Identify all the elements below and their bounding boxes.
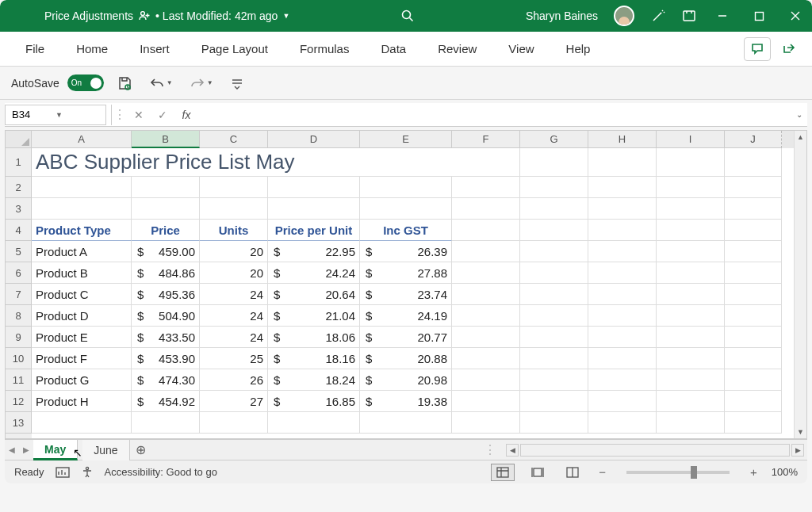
col-header[interactable]: F <box>452 131 520 148</box>
tab-file[interactable]: File <box>10 37 60 60</box>
cell[interactable]: $18.24 <box>268 369 360 391</box>
cell[interactable] <box>452 327 520 348</box>
cell[interactable] <box>32 412 132 434</box>
cell[interactable] <box>452 148 520 177</box>
cell[interactable] <box>657 305 725 327</box>
select-all-corner[interactable] <box>6 131 32 148</box>
cell[interactable] <box>725 148 782 177</box>
chevron-down-icon[interactable]: ▼ <box>282 12 289 20</box>
cell[interactable] <box>520 412 588 434</box>
cell[interactable] <box>725 369 782 391</box>
redo-button[interactable]: ▼ <box>186 73 218 94</box>
cell[interactable] <box>725 220 782 241</box>
cell[interactable] <box>360 198 452 220</box>
cell[interactable] <box>452 369 520 391</box>
cell[interactable]: $27.88 <box>360 262 452 284</box>
row-header[interactable]: 1 <box>6 148 32 177</box>
cell[interactable] <box>588 305 657 327</box>
fx-label[interactable]: fx <box>174 109 198 121</box>
cell[interactable]: $20.64 <box>268 284 360 305</box>
cell[interactable] <box>200 412 268 434</box>
cell[interactable] <box>200 198 268 220</box>
cell[interactable] <box>452 284 520 305</box>
cell[interactable]: Product H <box>32 391 132 412</box>
cell[interactable]: 26 <box>200 369 268 391</box>
cell[interactable]: 24 <box>200 305 268 327</box>
cell[interactable]: Price <box>132 220 200 241</box>
last-modified[interactable]: • Last Modified: 42m ago <box>155 10 278 22</box>
cell[interactable]: Product Type <box>32 220 132 241</box>
cell[interactable] <box>452 241 520 262</box>
cell[interactable] <box>588 348 657 369</box>
scroll-up-icon[interactable]: ▲ <box>795 131 806 143</box>
col-header[interactable]: B <box>132 131 200 148</box>
cell[interactable] <box>588 284 657 305</box>
cell[interactable] <box>725 391 782 412</box>
expand-formula-icon[interactable]: ⌄ <box>791 110 807 119</box>
share-button[interactable] <box>776 37 802 61</box>
row-header[interactable]: 10 <box>6 348 32 369</box>
cell[interactable]: $454.92 <box>132 391 200 412</box>
horizontal-scrollbar[interactable] <box>520 444 790 457</box>
autosave-toggle[interactable]: On <box>67 75 104 91</box>
cell[interactable] <box>657 412 725 434</box>
view-pagebreak-icon[interactable] <box>561 464 584 481</box>
tab-home[interactable]: Home <box>60 37 124 60</box>
cell[interactable] <box>520 177 588 198</box>
namebox-dropdown-icon[interactable]: ▼ <box>54 109 99 120</box>
cell[interactable] <box>588 241 657 262</box>
ribbon-mode-icon[interactable] <box>682 9 696 23</box>
cell[interactable]: Inc GST <box>360 220 452 241</box>
row-header[interactable]: 3 <box>6 198 32 220</box>
cell[interactable] <box>520 348 588 369</box>
cell[interactable] <box>588 177 657 198</box>
cell[interactable] <box>588 369 657 391</box>
cell[interactable] <box>32 177 132 198</box>
toolbar-overflow[interactable] <box>226 74 248 93</box>
tab-data[interactable]: Data <box>365 37 422 60</box>
tab-insert[interactable]: Insert <box>124 37 186 60</box>
cell[interactable]: 20 <box>200 262 268 284</box>
cell[interactable]: $24.24 <box>268 262 360 284</box>
cell[interactable] <box>268 198 360 220</box>
cell[interactable]: Product D <box>32 305 132 327</box>
cell[interactable] <box>360 177 452 198</box>
cell[interactable] <box>588 412 657 434</box>
row-header[interactable]: 9 <box>6 327 32 348</box>
cell[interactable]: 24 <box>200 284 268 305</box>
col-header[interactable]: H <box>588 131 657 148</box>
cell[interactable]: $20.77 <box>360 327 452 348</box>
sheet-tab-june[interactable]: June <box>82 440 129 460</box>
search-icon[interactable] <box>400 9 415 23</box>
cell[interactable] <box>268 412 360 434</box>
formula-input[interactable] <box>198 105 791 125</box>
cell[interactable]: Product G <box>32 369 132 391</box>
cell[interactable] <box>520 198 588 220</box>
cell[interactable]: $474.30 <box>132 369 200 391</box>
cell[interactable] <box>657 284 725 305</box>
zoom-level[interactable]: 100% <box>772 466 798 478</box>
cell[interactable] <box>452 391 520 412</box>
cell[interactable] <box>520 391 588 412</box>
cell[interactable] <box>725 284 782 305</box>
cells-area[interactable]: ABC Supplier Price List MayProduct TypeP… <box>32 148 794 438</box>
row-header[interactable]: 6 <box>6 262 32 284</box>
col-header[interactable]: I <box>657 131 725 148</box>
view-pagelayout-icon[interactable] <box>526 464 550 481</box>
cell[interactable]: 20 <box>200 241 268 262</box>
cell[interactable]: $20.88 <box>360 348 452 369</box>
cell[interactable] <box>452 412 520 434</box>
cell[interactable]: $18.16 <box>268 348 360 369</box>
cell[interactable] <box>520 220 588 241</box>
cell[interactable] <box>725 412 782 434</box>
cell[interactable]: ABC Supplier Price List May <box>32 148 452 177</box>
cell[interactable]: $504.90 <box>132 305 200 327</box>
row-header[interactable]: 2 <box>6 177 32 198</box>
cell[interactable] <box>200 177 268 198</box>
cell[interactable] <box>657 262 725 284</box>
save-icon[interactable] <box>112 72 137 94</box>
cell[interactable] <box>520 369 588 391</box>
cell[interactable] <box>588 220 657 241</box>
cell[interactable]: 27 <box>200 391 268 412</box>
row-header[interactable]: 5 <box>6 241 32 262</box>
